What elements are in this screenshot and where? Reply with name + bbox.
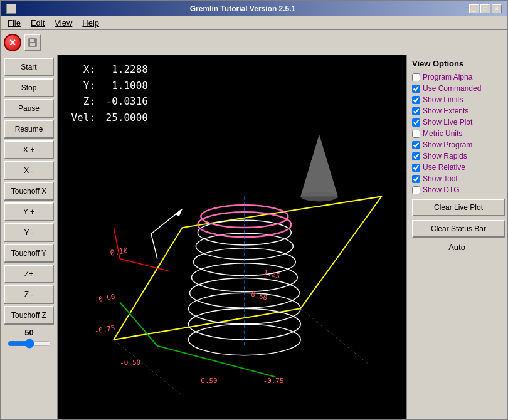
- svg-line-29: [151, 234, 157, 259]
- svg-text:-0.60: -0.60: [94, 293, 116, 305]
- 3d-visualization: 0.10 -0.60 -0.75 -0.50 0.50 -0.75: [58, 55, 406, 419]
- menubar: File Edit View Help: [1, 16, 507, 30]
- status-text: Auto: [412, 243, 502, 252]
- svg-marker-28: [175, 209, 183, 216]
- show-tool-label[interactable]: Show Tool: [423, 174, 457, 183]
- svg-text:-0.75: -0.75: [94, 323, 116, 335]
- right-panel: View Options Program Alpha Use Commanded…: [406, 55, 507, 419]
- touchoff-z-button[interactable]: Touchoff Z: [4, 306, 54, 325]
- show-limits-checkbox[interactable]: [412, 96, 420, 104]
- speed-slider[interactable]: [8, 339, 51, 349]
- y-minus-button[interactable]: Y -: [4, 223, 54, 242]
- show-dtg-row: Show DTG: [412, 185, 502, 195]
- main-content: Start Stop Pause Resume X + X - Touchoff…: [1, 55, 507, 419]
- clear-live-plot-button[interactable]: Clear Live Plot: [412, 199, 505, 216]
- close-button[interactable]: ✕: [4, 34, 21, 51]
- show-program-row: Show Program: [412, 140, 502, 150]
- left-panel: Start Stop Pause Resume X + X - Touchoff…: [1, 55, 58, 419]
- z-plus-button[interactable]: Z+: [4, 265, 54, 283]
- app-icon: [6, 4, 16, 14]
- svg-marker-3: [114, 196, 381, 339]
- use-commanded-row: Use Commanded: [412, 83, 502, 93]
- show-live-plot-label[interactable]: Show Live Plot: [423, 118, 472, 127]
- svg-rect-2: [30, 43, 35, 46]
- canvas-area: X: 1.2288 Y: 1.1008 Z: -0.0316 Vel: 25.0…: [58, 55, 406, 419]
- show-rapids-label[interactable]: Show Rapids: [423, 152, 467, 160]
- show-dtg-label[interactable]: Show DTG: [423, 186, 460, 194]
- use-relative-checkbox[interactable]: [412, 164, 420, 172]
- show-limits-row: Show Limits: [412, 95, 502, 105]
- use-relative-row: Use Relative: [412, 162, 502, 172]
- svg-text:0.50: 0.50: [250, 290, 268, 302]
- svg-line-33: [300, 308, 369, 364]
- show-rapids-row: Show Rapids: [412, 151, 502, 161]
- program-alpha-checkbox[interactable]: [412, 73, 420, 81]
- menu-view[interactable]: View: [51, 18, 76, 28]
- menu-help[interactable]: Help: [78, 18, 103, 28]
- show-tool-row: Show Tool: [412, 174, 502, 184]
- y-plus-button[interactable]: Y +: [4, 202, 54, 221]
- svg-marker-30: [300, 134, 338, 196]
- start-button[interactable]: Start: [4, 58, 54, 76]
- menu-edit[interactable]: Edit: [27, 18, 48, 28]
- program-alpha-label[interactable]: Program Alpha: [423, 73, 472, 81]
- use-relative-label[interactable]: Use Relative: [423, 163, 465, 172]
- pause-button[interactable]: Pause: [4, 99, 54, 118]
- show-program-label[interactable]: Show Program: [423, 140, 472, 149]
- view-options-title: View Options: [412, 59, 502, 68]
- svg-text:-0.75: -0.75: [263, 377, 284, 385]
- show-dtg-checkbox[interactable]: [412, 186, 420, 194]
- svg-line-4: [157, 346, 276, 377]
- show-live-plot-row: Show Live Plot: [412, 117, 502, 127]
- stop-button[interactable]: Stop: [4, 78, 54, 97]
- show-extents-row: Show Extents: [412, 106, 502, 116]
- svg-line-5: [120, 302, 157, 346]
- svg-text:0.10: 0.10: [109, 246, 129, 258]
- show-live-plot-checkbox[interactable]: [412, 118, 420, 127]
- metric-units-row: Metric Units: [412, 129, 502, 139]
- program-alpha-row: Program Alpha: [412, 72, 502, 82]
- show-extents-label[interactable]: Show Extents: [423, 107, 468, 115]
- clear-status-bar-button[interactable]: Clear Status Bar: [412, 220, 505, 238]
- show-tool-checkbox[interactable]: [412, 175, 420, 183]
- svg-text:0.50: 0.50: [201, 377, 217, 385]
- show-limits-label[interactable]: Show Limits: [423, 95, 463, 104]
- x-plus-button[interactable]: X +: [4, 140, 54, 159]
- use-commanded-label[interactable]: Use Commanded: [423, 84, 481, 93]
- slider-value-label: 50: [24, 328, 33, 337]
- z-minus-button[interactable]: Z -: [4, 285, 54, 304]
- window-controls: _ □ ✕: [469, 4, 502, 13]
- show-extents-checkbox[interactable]: [412, 107, 420, 115]
- metric-units-checkbox[interactable]: [412, 130, 420, 138]
- maximize-button[interactable]: □: [480, 4, 490, 13]
- svg-point-31: [300, 192, 338, 202]
- svg-line-32: [114, 340, 182, 396]
- main-window: Gremlin Tutorial Version 2.5.1 _ □ ✕ Fil…: [0, 0, 508, 420]
- touchoff-x-button[interactable]: Touchoff X: [4, 182, 54, 201]
- show-program-checkbox[interactable]: [412, 141, 420, 149]
- title-bar: Gremlin Tutorial Version 2.5.1 _ □ ✕: [1, 1, 507, 16]
- use-commanded-checkbox[interactable]: [412, 85, 420, 93]
- x-minus-button[interactable]: X -: [4, 161, 54, 180]
- toolbar: ✕: [1, 30, 507, 55]
- menu-file[interactable]: File: [4, 18, 24, 28]
- save-button[interactable]: [24, 34, 41, 51]
- svg-rect-1: [30, 39, 34, 42]
- window-title: Gremlin Tutorial Version 2.5.1: [16, 4, 469, 13]
- svg-text:-0.50: -0.50: [120, 359, 140, 367]
- speed-slider-container: 50: [4, 328, 55, 349]
- metric-units-label[interactable]: Metric Units: [423, 129, 462, 138]
- close-window-button[interactable]: ✕: [492, 4, 502, 13]
- touchoff-y-button[interactable]: Touchoff Y: [4, 244, 54, 263]
- resume-button[interactable]: Resume: [4, 120, 54, 139]
- show-rapids-checkbox[interactable]: [412, 152, 420, 160]
- minimize-button[interactable]: _: [469, 4, 479, 13]
- svg-text:1.25: 1.25: [263, 268, 281, 280]
